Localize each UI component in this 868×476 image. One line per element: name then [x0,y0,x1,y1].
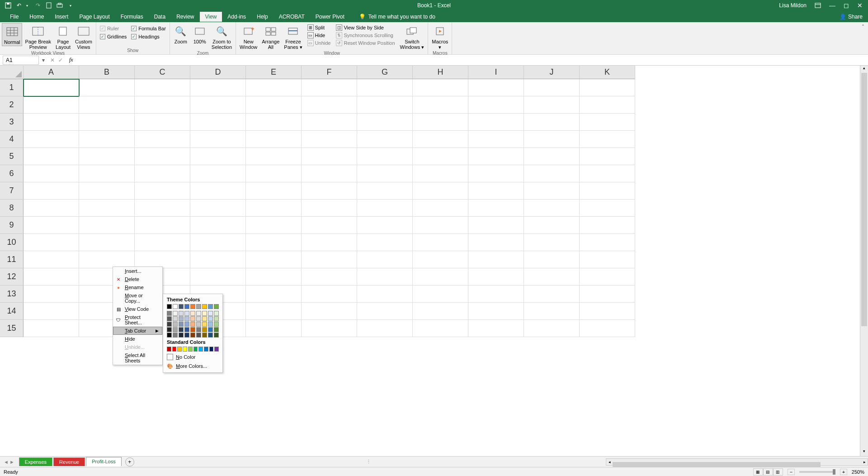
cm-select-all-sheets[interactable]: Select All Sheets [113,351,162,365]
color-swatch[interactable] [202,327,207,332]
hscroll-right-icon[interactable]: ▸ [861,460,868,464]
enter-formula-icon[interactable]: ✓ [58,57,63,63]
cell-H14[interactable] [413,303,468,320]
cell-F13[interactable] [302,286,357,303]
color-swatch[interactable] [202,316,207,321]
normal-view-button[interactable]: Normal [2,23,22,46]
cell-E12[interactable] [246,268,302,286]
name-box-dropdown-icon[interactable]: ▾ [40,57,47,63]
gridlines-checkbox[interactable]: ✓Gridlines [100,34,127,39]
color-swatch[interactable] [193,347,198,352]
normal-view-status-button[interactable]: ▦ [753,468,763,476]
color-swatch[interactable] [173,311,178,316]
qat-customize-icon[interactable]: ▾ [67,2,74,9]
page-break-preview-button[interactable]: Page Break Preview [23,23,52,51]
col-header-k[interactable]: K [580,66,635,79]
color-swatch[interactable] [167,347,171,352]
collapse-ribbon-icon[interactable]: ˄ [858,22,868,54]
color-swatch[interactable] [196,322,201,327]
color-swatch[interactable] [184,304,189,309]
color-swatch[interactable] [209,347,214,352]
cell-B8[interactable] [79,200,135,217]
cell-I6[interactable] [468,165,524,182]
cell-I14[interactable] [468,303,524,320]
row-header-5[interactable]: 5 [0,148,24,165]
cell-I5[interactable] [468,148,524,165]
cell-E1[interactable] [246,79,302,96]
color-swatch[interactable] [208,322,213,327]
color-swatch[interactable] [190,304,195,309]
cell-E2[interactable] [246,96,302,114]
horizontal-scrollbar[interactable]: ◂ ▸ [606,458,868,466]
formula-input[interactable] [76,59,868,61]
cell-G7[interactable] [357,182,413,200]
cell-J15[interactable] [524,320,580,337]
cell-K15[interactable] [580,320,635,337]
col-header-e[interactable]: E [246,66,302,79]
color-swatch[interactable] [172,347,177,352]
color-swatch[interactable] [167,322,172,327]
cell-F1[interactable] [302,79,357,96]
color-swatch[interactable] [190,322,195,327]
cell-B1[interactable] [79,79,135,96]
col-header-g[interactable]: G [357,66,413,79]
row-header-9[interactable]: 9 [0,217,24,234]
cell-H3[interactable] [413,114,468,131]
cell-K10[interactable] [580,234,635,251]
view-side-by-side-button[interactable]: ◫View Side by Side [335,24,396,31]
row-header-13[interactable]: 13 [0,286,24,303]
cell-C3[interactable] [135,114,190,131]
color-swatch[interactable] [167,304,172,309]
cell-A14[interactable] [24,303,79,320]
cell-H2[interactable] [413,96,468,114]
scroll-up-icon[interactable]: ▴ [860,66,868,73]
sync-scroll-button[interactable]: ⇅Synchronous Scrolling [335,32,396,39]
color-swatch[interactable] [196,327,201,332]
ruler-checkbox[interactable]: ✓Ruler [100,26,127,31]
color-swatch[interactable] [179,304,184,309]
switch-windows-button[interactable]: Switch Windows ▾ [398,23,426,51]
zoom-selection-button[interactable]: 🔍Zoom to Selection [210,23,234,51]
cell-E7[interactable] [246,182,302,200]
color-swatch[interactable] [167,327,172,332]
color-swatch[interactable] [214,311,219,316]
cell-D1[interactable] [190,79,246,96]
color-swatch[interactable] [167,333,172,338]
tab-review[interactable]: Review [171,12,199,22]
cell-B9[interactable] [79,217,135,234]
cell-J2[interactable] [524,96,580,114]
cell-G13[interactable] [357,286,413,303]
color-swatch[interactable] [179,311,184,316]
cell-A10[interactable] [24,234,79,251]
cell-I2[interactable] [468,96,524,114]
cell-I11[interactable] [468,251,524,268]
unhide-button[interactable]: ▭Unhide [306,39,332,47]
cell-B10[interactable] [79,234,135,251]
cell-H1[interactable] [413,79,468,96]
cell-J4[interactable] [524,131,580,148]
tab-addins[interactable]: Add-ins [222,12,251,22]
tab-file[interactable]: File [5,12,24,22]
more-colors-button[interactable]: 🎨More Colors... [165,362,221,371]
cell-K13[interactable] [580,286,635,303]
vertical-scrollbar[interactable]: ▴ ▾ [860,66,868,456]
color-swatch[interactable] [202,311,207,316]
cell-F7[interactable] [302,182,357,200]
cell-D10[interactable] [190,234,246,251]
color-swatch[interactable] [177,347,182,352]
color-swatch[interactable] [214,347,219,352]
row-header-4[interactable]: 4 [0,131,24,148]
color-swatch[interactable] [173,304,178,309]
col-header-j[interactable]: J [524,66,580,79]
scroll-thumb[interactable] [861,73,867,326]
color-swatch[interactable] [190,316,195,321]
cell-A4[interactable] [24,131,79,148]
col-header-f[interactable]: F [302,66,357,79]
formula-bar-checkbox[interactable]: ✓Formula Bar [131,26,166,31]
cell-D4[interactable] [190,131,246,148]
share-button[interactable]: Share [848,14,863,20]
cell-J11[interactable] [524,251,580,268]
cell-B5[interactable] [79,148,135,165]
zoom-in-icon[interactable]: + [840,469,847,475]
color-swatch[interactable] [198,347,203,352]
